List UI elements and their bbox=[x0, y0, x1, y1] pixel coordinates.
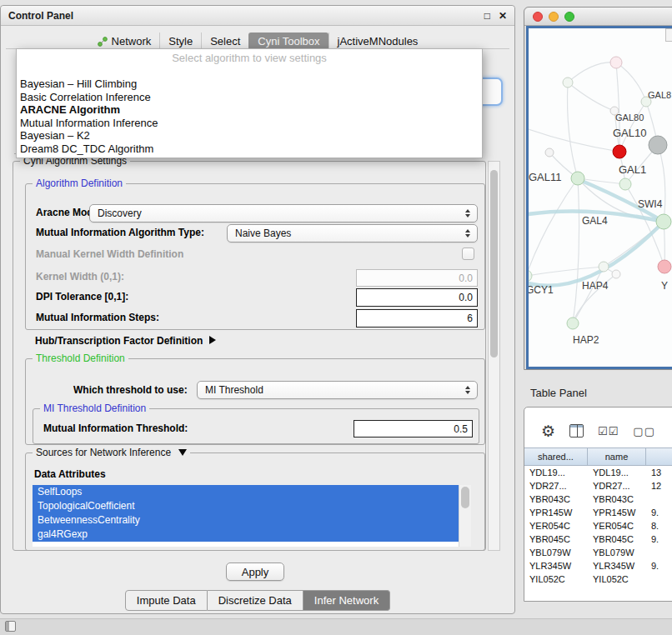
tab-jactivemnodules[interactable]: jActiveMNodules bbox=[328, 32, 427, 50]
table-row[interactable]: YBR043CYBR043C bbox=[524, 492, 672, 506]
table-row[interactable]: YER054CYER054C8. bbox=[524, 519, 672, 532]
settings-scrollbar[interactable] bbox=[488, 161, 500, 551]
network-node[interactable] bbox=[599, 262, 609, 272]
network-node[interactable] bbox=[649, 136, 667, 154]
column-header[interactable]: shared... bbox=[524, 448, 588, 465]
mi-threshold-group: MI Threshold Definition Mutual Informati… bbox=[33, 408, 479, 444]
expanded-arrow-icon bbox=[178, 449, 187, 456]
table-cell: YPR145W bbox=[524, 506, 588, 519]
mi-threshold-field[interactable]: 0.5 bbox=[354, 420, 473, 438]
dpi-tolerance-field[interactable]: 0.0 bbox=[356, 288, 478, 307]
algorithm-option[interactable]: Bayesian – Hill Climbing bbox=[17, 78, 482, 91]
table-row[interactable]: YBL079WYBL079W bbox=[524, 546, 672, 559]
network-node[interactable] bbox=[571, 172, 584, 185]
table-row[interactable]: YLR345WYLR345W9. bbox=[524, 559, 672, 572]
algorithm-option[interactable]: Bayesian – K2 bbox=[17, 129, 482, 142]
tab-select[interactable]: Select bbox=[201, 32, 248, 50]
scrollbar-thumb[interactable] bbox=[490, 170, 498, 358]
manual-kernel-label: Manual Kernel Width Definition bbox=[36, 248, 183, 260]
network-node[interactable] bbox=[619, 178, 631, 190]
attribute-item[interactable]: SelfLoops bbox=[33, 485, 459, 499]
algorithm-dropdown-placeholder: Select algorithm to view settings bbox=[17, 52, 482, 65]
table-cell: YER054C bbox=[524, 519, 588, 532]
table-row[interactable]: YDL19...YDL19...13 bbox=[524, 466, 672, 479]
mi-steps-field[interactable]: 6 bbox=[356, 309, 478, 328]
restore-panel-icon[interactable] bbox=[5, 621, 16, 632]
combo-arrows-icon bbox=[459, 209, 477, 218]
status-strip bbox=[0, 618, 672, 635]
attribute-item[interactable]: TopologicalCoefficient bbox=[33, 499, 459, 513]
gear-icon[interactable]: ⚙ bbox=[541, 423, 555, 439]
network-node-label: GAL4 bbox=[582, 215, 608, 227]
mi-type-value: Naive Bayes bbox=[235, 228, 459, 239]
network-node[interactable] bbox=[567, 318, 579, 329]
network-node-label: GAL1 bbox=[619, 163, 646, 176]
algorithm-option[interactable]: Basic Correlation Inference bbox=[17, 91, 482, 104]
scrollbar-thumb[interactable] bbox=[461, 487, 469, 508]
sources-group-title[interactable]: Sources for Network Inference bbox=[33, 447, 190, 458]
table-body: YDL19...YDL19...13YDR27...YDR27...12YBR0… bbox=[524, 466, 672, 601]
network-node[interactable] bbox=[656, 214, 671, 229]
table-cell: YDR27... bbox=[588, 479, 646, 492]
table-cell bbox=[646, 492, 672, 506]
table-row[interactable]: YDR27...YDR27...12 bbox=[524, 479, 672, 492]
table-cell: YDR27... bbox=[524, 479, 588, 492]
columns-icon[interactable] bbox=[569, 424, 584, 438]
canvas-scroll-corner bbox=[665, 28, 672, 42]
network-node-label: Y bbox=[661, 280, 668, 292]
table-cell: 9. bbox=[646, 506, 672, 519]
tab-label: Cyni Toolbox bbox=[258, 35, 319, 48]
network-node[interactable] bbox=[658, 260, 671, 273]
tab-infer-network[interactable]: Infer Network bbox=[303, 590, 390, 611]
collapsed-arrow-icon bbox=[209, 336, 216, 344]
select-all-icon[interactable]: ☑☑ bbox=[598, 425, 619, 438]
attribute-item[interactable]: BetweennessCentrality bbox=[33, 513, 459, 528]
network-node[interactable] bbox=[612, 270, 620, 278]
minimize-traffic-light[interactable] bbox=[549, 12, 559, 22]
table-cell: 13 bbox=[646, 466, 672, 479]
table-row[interactable]: YIL052CYIL052C bbox=[524, 572, 672, 586]
kernel-width-label: Kernel Width (0,1): bbox=[36, 271, 124, 282]
network-node[interactable] bbox=[563, 78, 573, 88]
float-window-icon[interactable]: □ bbox=[484, 10, 490, 22]
attribute-item[interactable]: gal4RGexp bbox=[33, 528, 459, 542]
tab-style[interactable]: Style bbox=[159, 32, 201, 50]
table-cell: YDL19... bbox=[524, 466, 588, 479]
network-node[interactable] bbox=[529, 270, 532, 282]
table-cell: YBR043C bbox=[524, 492, 588, 506]
attribute-list-scrollbar[interactable] bbox=[459, 485, 471, 547]
tab-impute-data[interactable]: Impute Data bbox=[125, 590, 208, 611]
deselect-all-icon[interactable]: ▢▢ bbox=[633, 425, 655, 438]
column-header[interactable]: name bbox=[588, 448, 646, 465]
kernel-width-field[interactable]: 0.0 bbox=[356, 269, 478, 287]
network-node[interactable] bbox=[613, 145, 626, 158]
close-icon[interactable]: ✕ bbox=[499, 10, 507, 22]
network-canvas[interactable]: GAL8GAL80GAL10GAL11GAL1SWI4GAL4GCY1HAP4Y… bbox=[526, 26, 672, 369]
table-row[interactable]: YBR045CYBR045C9. bbox=[524, 532, 672, 546]
which-threshold-combo[interactable]: MI Threshold bbox=[197, 381, 478, 399]
mi-type-combo[interactable]: Naive Bayes bbox=[227, 224, 478, 242]
algorithm-option[interactable]: Dream8 DC_TDC Algorithm bbox=[17, 142, 482, 156]
table-cell: YIL052C bbox=[524, 572, 588, 586]
network-node-label: GCY1 bbox=[529, 284, 554, 296]
combo-arrows-icon bbox=[459, 386, 477, 394]
close-traffic-light[interactable] bbox=[533, 12, 543, 22]
aracne-mode-combo[interactable]: Discovery bbox=[89, 204, 478, 222]
network-node[interactable] bbox=[610, 57, 622, 68]
hub-section-toggle[interactable]: Hub/Transcription Factor Definition bbox=[35, 335, 216, 347]
tab-discretize-data[interactable]: Discretize Data bbox=[208, 590, 303, 611]
column-header[interactable] bbox=[646, 448, 672, 465]
threshold-definition-title: Threshold Definition bbox=[33, 352, 128, 364]
algorithm-option[interactable]: ARACNE Algorithm bbox=[17, 103, 482, 117]
network-node[interactable] bbox=[545, 148, 554, 157]
table-row[interactable]: YPR145WYPR145W9. bbox=[524, 506, 672, 519]
algorithm-option[interactable]: Mutual Information Inference bbox=[17, 117, 482, 130]
tab-network[interactable]: Network bbox=[89, 32, 160, 50]
algorithm-dropdown-popup: Select algorithm to view settings Bayesi… bbox=[16, 48, 483, 158]
manual-kernel-checkbox[interactable] bbox=[462, 248, 474, 260]
network-node-label: HAP4 bbox=[582, 280, 609, 292]
apply-button[interactable]: Apply bbox=[226, 562, 284, 581]
tab-label: Network bbox=[112, 35, 152, 48]
tab-cyni-toolbox[interactable]: Cyni Toolbox bbox=[248, 32, 328, 50]
zoom-traffic-light[interactable] bbox=[564, 12, 574, 22]
